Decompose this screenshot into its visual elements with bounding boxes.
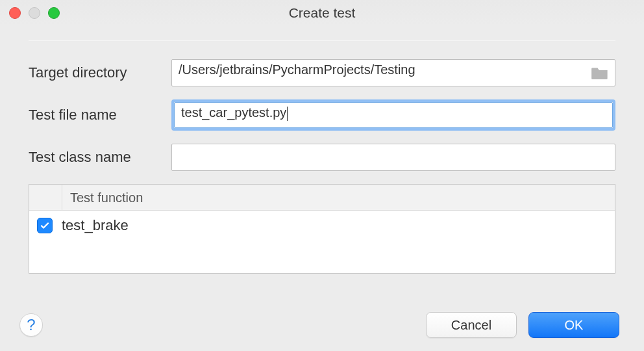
window-title: Create test [0, 5, 644, 21]
target-directory-input[interactable]: /Users/jetbrains/PycharmProjects/Testing [171, 59, 615, 86]
dialog-content: Target directory /Users/jetbrains/Pychar… [0, 26, 644, 274]
test-file-name-value: test_car_pytest.py [181, 105, 286, 120]
dialog-footer: ? Cancel OK [19, 312, 619, 338]
table-row[interactable]: test_brake [29, 211, 615, 240]
title-bar: Create test [0, 0, 644, 26]
close-window-icon[interactable] [9, 7, 21, 19]
test-functions-table: Test function test_brake [29, 184, 615, 274]
test-class-name-input[interactable] [171, 144, 615, 171]
divider [29, 40, 615, 41]
cancel-button[interactable]: Cancel [426, 312, 517, 338]
test-file-name-field-wrap: test_car_pytest.py [171, 99, 615, 131]
row-test-file-name: Test file name test_car_pytest.py [29, 99, 615, 131]
target-directory-label: Target directory [29, 64, 171, 81]
help-button[interactable]: ? [19, 313, 43, 337]
target-directory-field-wrap: /Users/jetbrains/PycharmProjects/Testing [171, 59, 615, 86]
table-header: Test function [29, 185, 615, 211]
folder-icon[interactable] [591, 66, 609, 80]
target-directory-value: /Users/jetbrains/PycharmProjects/Testing [179, 62, 415, 77]
ok-button[interactable]: OK [528, 312, 619, 338]
zoom-window-icon[interactable] [48, 7, 60, 19]
test-class-name-field-wrap [171, 144, 615, 171]
test-class-name-label: Test class name [29, 149, 171, 166]
row-test-class-name: Test class name [29, 144, 615, 171]
window-controls [9, 7, 60, 19]
text-caret [287, 107, 288, 121]
test-file-name-input[interactable]: test_car_pytest.py [174, 102, 613, 128]
row-target-directory: Target directory /Users/jetbrains/Pychar… [29, 59, 615, 86]
minimize-window-icon [29, 7, 40, 19]
column-test-function: Test function [62, 185, 143, 211]
test-function-name: test_brake [62, 217, 129, 234]
test-file-name-label: Test file name [29, 107, 171, 124]
checkbox-icon[interactable] [37, 218, 53, 233]
